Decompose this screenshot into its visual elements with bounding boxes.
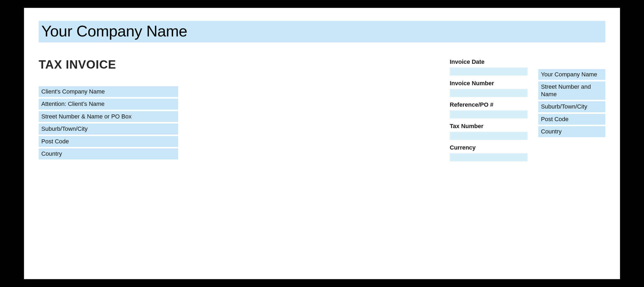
invoice-number-label: Invoice Number [450,79,528,88]
tax-number-label: Tax Number [450,122,528,131]
invoice-meta-column: Invoice Date Invoice Number Reference/PO… [450,58,528,164]
company-name-banner[interactable]: Your Company Name [39,21,605,42]
client-suburb-field[interactable]: Suburb/Town/City [39,124,178,135]
invoice-date-label: Invoice Date [450,58,528,66]
reference-label: Reference/PO # [450,101,528,109]
content-columns: TAX INVOICE Client's Company Name Attent… [39,58,605,164]
client-address-block: Client's Company Name Attention: Client’… [39,86,178,159]
document-title: TAX INVOICE [39,58,178,71]
client-company-field[interactable]: Client's Company Name [39,86,178,97]
client-postcode-field[interactable]: Post Code [39,136,178,147]
sender-suburb-field[interactable]: Suburb/Town/City [538,101,605,112]
invoice-number-field[interactable] [450,89,528,97]
sender-postcode-field[interactable]: Post Code [538,114,605,125]
tax-number-field[interactable] [450,132,528,140]
invoice-page: Your Company Name TAX INVOICE Client's C… [24,8,620,279]
invoice-date-field[interactable] [450,68,528,76]
sender-address-column: Your Company Name Street Number and Name… [538,58,605,164]
sender-address-block: Your Company Name Street Number and Name… [538,69,605,137]
client-country-field[interactable]: Country [39,148,178,159]
client-attention-field[interactable]: Attention: Client’s Name [39,99,178,110]
sender-company-field[interactable]: Your Company Name [538,69,605,80]
currency-label: Currency [450,144,528,152]
left-column: TAX INVOICE Client's Company Name Attent… [39,58,178,164]
reference-field[interactable] [450,110,528,118]
sender-street-field[interactable]: Street Number and Name [538,81,605,100]
sender-country-field[interactable]: Country [538,126,605,137]
client-street-field[interactable]: Street Number & Name or PO Box [39,111,178,122]
currency-field[interactable] [450,153,528,161]
